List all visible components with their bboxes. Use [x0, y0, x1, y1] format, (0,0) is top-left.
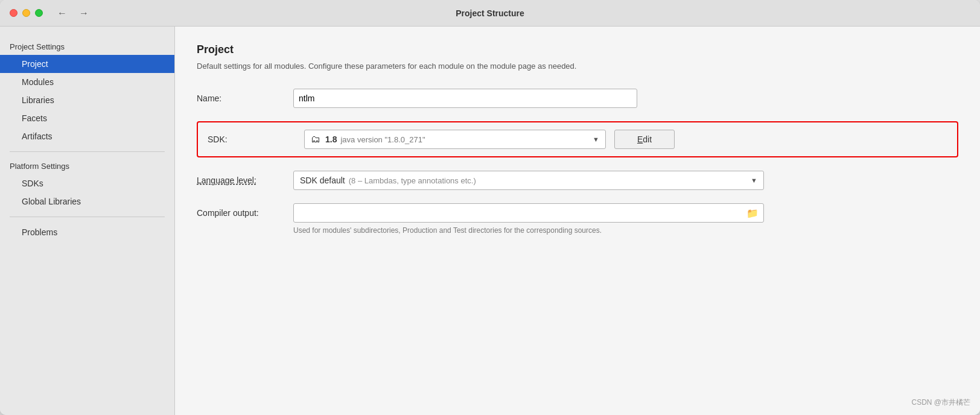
sdk-folder-icon: 🗂	[311, 134, 320, 145]
back-button[interactable]: ←	[55, 7, 69, 20]
compiler-output-label: Compiler output:	[197, 208, 293, 218]
sdk-dropdown[interactable]: 🗂 1.8 java version "1.8.0_271" ▼	[304, 130, 606, 149]
language-level-row: Language level: SDK default (8 – Lambdas…	[197, 171, 958, 190]
sidebar-divider-1	[10, 151, 165, 152]
language-level-dropdown[interactable]: SDK default (8 – Lambdas, type annotatio…	[293, 171, 764, 190]
traffic-lights	[10, 9, 43, 17]
content-panel: Project Default settings for all modules…	[175, 27, 980, 415]
sidebar-item-project[interactable]: Project	[0, 55, 174, 73]
sdk-highlight-box: SDK: 🗂 1.8 java version "1.8.0_271" ▼ Ed…	[197, 121, 958, 157]
forward-button[interactable]: →	[77, 7, 91, 20]
platform-settings-section: Platform Settings	[0, 158, 174, 174]
name-row: Name:	[197, 89, 958, 108]
minimize-button[interactable]	[22, 9, 30, 17]
language-level-main: SDK default	[300, 176, 345, 185]
compiler-output-folder-icon[interactable]: 📁	[746, 208, 759, 219]
edit-button-label: Edit	[637, 135, 652, 144]
sidebar-item-problems[interactable]: Problems	[0, 223, 174, 241]
main-content: Project Settings Project Modules Librari…	[0, 27, 980, 415]
sidebar-divider-2	[10, 217, 165, 217]
name-label: Name:	[197, 93, 293, 103]
language-level-detail: (8 – Lambdas, type annotations etc.)	[349, 176, 476, 185]
sdk-detail: java version "1.8.0_271"	[340, 135, 425, 144]
title-bar: ← → Project Structure	[0, 0, 980, 27]
edit-button[interactable]: Edit	[614, 130, 675, 149]
maximize-button[interactable]	[35, 9, 43, 17]
name-input[interactable]	[293, 89, 637, 108]
content-section-title: Project	[197, 43, 958, 56]
sdk-dropdown-arrow: ▼	[593, 136, 599, 143]
sdk-version: 1.8	[325, 135, 337, 144]
compiler-output-hint: Used for modules' subdirectories, Produc…	[293, 226, 958, 235]
watermark: CSDN @市井橘芒	[911, 398, 970, 408]
sidebar: Project Settings Project Modules Librari…	[0, 27, 175, 415]
compiler-output-input-wrap: 📁	[293, 203, 764, 223]
window: ← → Project Structure Project Settings P…	[0, 0, 980, 415]
sidebar-item-artifacts[interactable]: Artifacts	[0, 127, 174, 145]
window-title: Project Structure	[456, 8, 524, 18]
project-settings-section: Project Settings	[0, 39, 174, 55]
sidebar-item-facets[interactable]: Facets	[0, 109, 174, 127]
language-level-label: Language level:	[197, 176, 293, 185]
nav-buttons: ← →	[55, 7, 91, 20]
content-description: Default settings for all modules. Config…	[197, 61, 958, 72]
close-button[interactable]	[10, 9, 18, 17]
language-dropdown-arrow: ▼	[751, 177, 757, 184]
sidebar-item-modules[interactable]: Modules	[0, 73, 174, 91]
sidebar-item-libraries[interactable]: Libraries	[0, 91, 174, 109]
sidebar-item-sdks[interactable]: SDKs	[0, 174, 174, 192]
compiler-output-row: Compiler output: 📁	[197, 203, 958, 223]
sidebar-item-global-libraries[interactable]: Global Libraries	[0, 192, 174, 211]
compiler-output-input[interactable]	[299, 208, 743, 218]
sdk-label: SDK:	[208, 135, 304, 144]
